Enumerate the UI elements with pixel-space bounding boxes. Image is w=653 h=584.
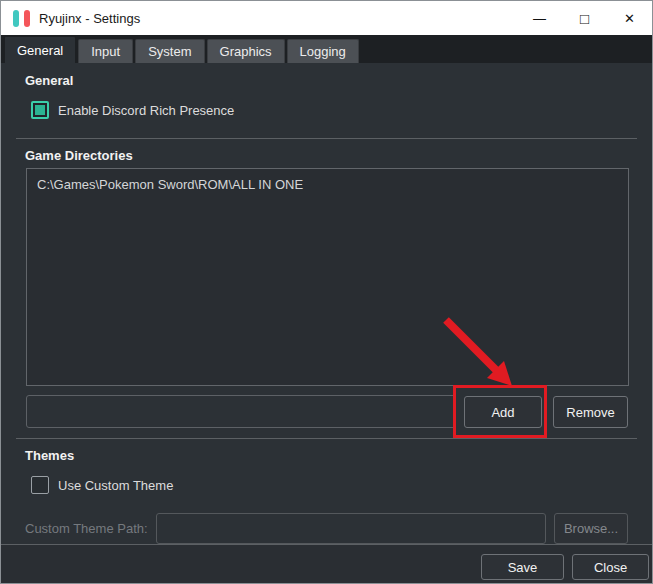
discord-rich-presence-checkbox-row[interactable]: Enable Discord Rich Presence [31, 101, 234, 119]
game-directories-listbox[interactable]: C:\Games\Pokemon Sword\ROM\ALL IN ONE [26, 168, 629, 386]
tab-logging[interactable]: Logging [287, 39, 359, 63]
minimize-button[interactable]: — [517, 1, 562, 35]
save-button[interactable]: Save [481, 554, 564, 580]
use-custom-theme-checkbox-row[interactable]: Use Custom Theme [31, 476, 173, 494]
general-tab-content: General Enable Discord Rich Presence Gam… [1, 63, 652, 544]
close-window-button[interactable]: ✕ [607, 1, 652, 35]
ryujinx-logo-icon [13, 10, 30, 27]
close-button[interactable]: Close [572, 554, 649, 580]
add-button[interactable]: Add [464, 396, 542, 428]
titlebar: Ryujinx - Settings — □ ✕ [1, 1, 652, 35]
discord-rich-presence-checkbox[interactable] [31, 101, 49, 119]
discord-rich-presence-label: Enable Discord Rich Presence [58, 103, 234, 118]
browse-button[interactable]: Browse... [554, 513, 628, 544]
remove-button[interactable]: Remove [553, 396, 628, 428]
section-divider [16, 438, 637, 439]
custom-theme-path-input[interactable] [156, 513, 546, 544]
game-directory-entry[interactable]: C:\Games\Pokemon Sword\ROM\ALL IN ONE [27, 169, 628, 200]
window-title: Ryujinx - Settings [39, 11, 140, 26]
custom-theme-path-label: Custom Theme Path: [25, 521, 148, 536]
settings-window: Ryujinx - Settings — □ ✕ General Input S… [0, 0, 653, 584]
section-divider [16, 138, 637, 139]
add-directory-path-input[interactable] [26, 395, 456, 428]
maximize-button[interactable]: □ [562, 1, 607, 35]
themes-section-heading: Themes [25, 448, 74, 463]
general-section-heading: General [25, 73, 73, 88]
game-directories-section-heading: Game Directories [25, 148, 133, 163]
use-custom-theme-label: Use Custom Theme [58, 478, 173, 493]
tab-system[interactable]: System [135, 39, 204, 63]
use-custom-theme-checkbox[interactable] [31, 476, 49, 494]
tab-graphics[interactable]: Graphics [207, 39, 285, 63]
tab-input[interactable]: Input [78, 39, 133, 63]
footer-bar: Save Close [1, 544, 652, 583]
tab-strip: General Input System Graphics Logging [1, 35, 652, 63]
tab-general[interactable]: General [4, 36, 76, 63]
